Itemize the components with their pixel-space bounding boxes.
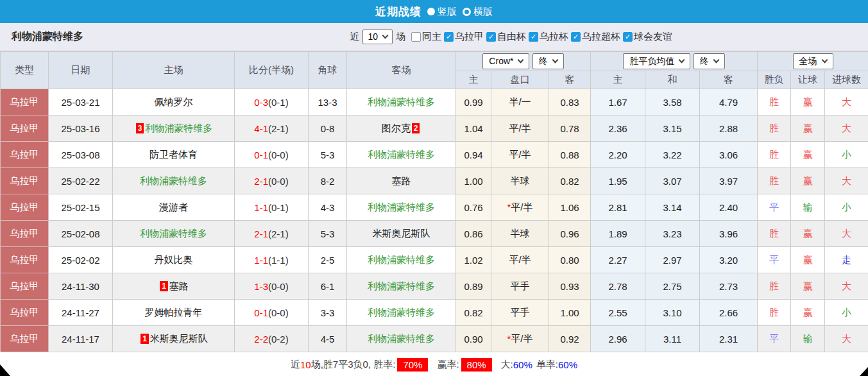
scope-select[interactable]: 全场 [793, 53, 833, 69]
asia-home-odds-cell: 0.94 [456, 142, 491, 168]
fulltime-score: 0-1 [254, 150, 268, 160]
date-cell: 25-03-08 [49, 142, 113, 168]
col-header-corner: 角球 [309, 52, 347, 89]
sub-header-handicap-result: 让球 [791, 71, 825, 89]
europe-odds-select-value: 胜平负均值 [629, 56, 674, 67]
filter-checkbox[interactable]: ✓ 乌拉杯 [529, 31, 568, 43]
score-cell: 2-2(0-2) [235, 326, 309, 352]
europe-period-select[interactable]: 终 [694, 53, 725, 69]
away-team-name: 利物浦蒙特维多 [368, 280, 435, 291]
away-team-name: 塞路 [392, 175, 411, 186]
asia-away-odds-cell: 1.00 [549, 300, 591, 326]
corner-cell: 4-3 [309, 194, 347, 221]
away-team-name: 利物浦蒙特维多 [368, 149, 435, 160]
checkbox-label: 乌拉杯 [540, 31, 568, 43]
bookmaker-select-value: Crow* [489, 56, 513, 67]
radio-selected-icon [427, 8, 435, 15]
fulltime-score: 0-3 [254, 97, 268, 108]
corner-cell: 2-5 [309, 247, 347, 273]
handicap-cell: 平手 [491, 273, 549, 300]
big-rate-value: 60% [513, 359, 532, 370]
checkbox-label: 同主 [422, 31, 441, 43]
home-team-name: 防卫者体育 [149, 149, 198, 160]
filter-checkbox[interactable]: ✓ 乌拉甲 [444, 31, 484, 43]
handicap-result-cell: 赢 [791, 221, 825, 247]
near-label: 近 [350, 31, 359, 43]
euro-home-odds-cell: 2.55 [591, 300, 645, 326]
corner-cell: 0-8 [309, 115, 347, 142]
league-cell: 乌拉甲 [1, 273, 49, 300]
radio-horizontal[interactable]: 横版 [463, 6, 493, 18]
filter-checkbox[interactable]: ✓ 乌拉超杯 [571, 31, 620, 43]
asia-away-odds-cell: 0.80 [549, 247, 591, 273]
corner-cell: 4-5 [309, 326, 347, 352]
chevron-down-icon [518, 57, 524, 64]
asia-away-odds-cell: 1.06 [549, 194, 591, 221]
filter-checkbox[interactable]: 同主 [411, 31, 441, 43]
euro-away-odds-cell: 2.66 [700, 300, 758, 326]
checkbox-label: 球会友谊 [634, 31, 672, 43]
home-cell: 防卫者体育 [113, 142, 235, 168]
score-cell: 0-1(0-0) [235, 300, 309, 326]
europe-odds-select[interactable]: 胜平负均值 [623, 53, 690, 69]
checkbox-icon [411, 32, 421, 42]
away-cell: 利物浦蒙特维多 [347, 273, 456, 300]
fulltime-score: 2-1 [254, 176, 268, 187]
home-cell: 佩纳罗尔 [113, 89, 235, 115]
games-count-select[interactable]: 10 [362, 30, 393, 44]
goals-cell: 小 [825, 300, 868, 326]
goals-cell: 大 [825, 273, 868, 300]
halftime-score: (0-0) [268, 307, 289, 318]
summary-count: 10 [300, 359, 311, 370]
corner-artifact-right [860, 367, 868, 376]
away-team-name: 利物浦蒙特维多 [368, 201, 435, 212]
handicap-cell: *平/半 [491, 194, 549, 221]
home-team-name: 丹奴比奥 [155, 254, 193, 265]
euro-draw-odds-cell: 3.14 [645, 194, 700, 221]
home-team-name: 利物浦蒙特维多 [140, 228, 207, 239]
handicap-line: 半球 [511, 175, 530, 186]
home-cell: 利物浦蒙特维多 [113, 168, 235, 194]
bookmaker-select[interactable]: Crow* [482, 53, 529, 69]
europe-odds-header-cell: 胜平负均值 终 [591, 52, 758, 71]
filter-checkbox[interactable]: ✓ 球会友谊 [623, 31, 672, 43]
date-cell: 25-02-15 [49, 194, 113, 221]
euro-away-odds-cell: 4.79 [700, 89, 758, 115]
fulltime-score: 4-1 [254, 123, 268, 134]
handicap-result-cell: 赢 [791, 273, 825, 300]
sub-header-outcome: 胜负 [758, 71, 791, 89]
euro-home-odds-cell: 2.20 [591, 142, 645, 168]
away-team-name: 利物浦蒙特维多 [368, 254, 435, 265]
league-cell: 乌拉甲 [1, 89, 49, 115]
goals-cell: 大 [825, 115, 868, 142]
halftime-score: (0-0) [268, 150, 289, 160]
handicap-cell: 半/一 [491, 89, 549, 115]
outcome-cell: 平 [758, 194, 791, 221]
match-row: 乌拉甲 25-03-21 佩纳罗尔 0-3(0-1) 13-3 利物浦蒙特维多 … [1, 89, 868, 115]
handicap-line: 平/半 [509, 123, 531, 133]
league-cell: 乌拉甲 [1, 221, 49, 247]
date-cell: 24-11-17 [49, 326, 113, 352]
filter-checkbox[interactable]: ✓ 自由杯 [486, 31, 526, 43]
checkbox-label: 乌拉甲 [455, 31, 484, 43]
euro-home-odds-cell: 2.96 [591, 326, 645, 352]
filter-controls: 近 10 场 同主 ✓ 乌拉甲 ✓ 自由杯 ✓ 乌拉杯 ✓ 乌拉超杯 ✓ 球会友… [350, 30, 672, 44]
halftime-score: (0-0) [268, 176, 289, 187]
col-header-away: 客场 [347, 52, 456, 89]
date-cell: 24-11-27 [49, 300, 113, 326]
euro-home-odds-cell: 1.95 [591, 168, 645, 194]
euro-draw-odds-cell: 2.75 [645, 273, 700, 300]
win-rate-badge: 70% [397, 358, 428, 372]
goals-cell: 大 [825, 168, 868, 194]
home-cell: 罗姆帕拉青年 [113, 300, 235, 326]
fulltime-score: 2-1 [254, 228, 268, 239]
checkbox-icon: ✓ [444, 32, 454, 42]
handicap-cell: 平/半 [491, 247, 549, 273]
checkbox-icon: ✓ [486, 32, 496, 42]
euro-home-odds-cell: 2.36 [591, 115, 645, 142]
fulltime-score: 1-3 [254, 281, 268, 292]
halftime-score: (2-1) [268, 123, 289, 134]
away-team-name: 米斯奥尼斯队 [373, 228, 430, 239]
bookmaker-period-select[interactable]: 终 [532, 53, 564, 69]
radio-vertical[interactable]: 竖版 [427, 6, 457, 18]
